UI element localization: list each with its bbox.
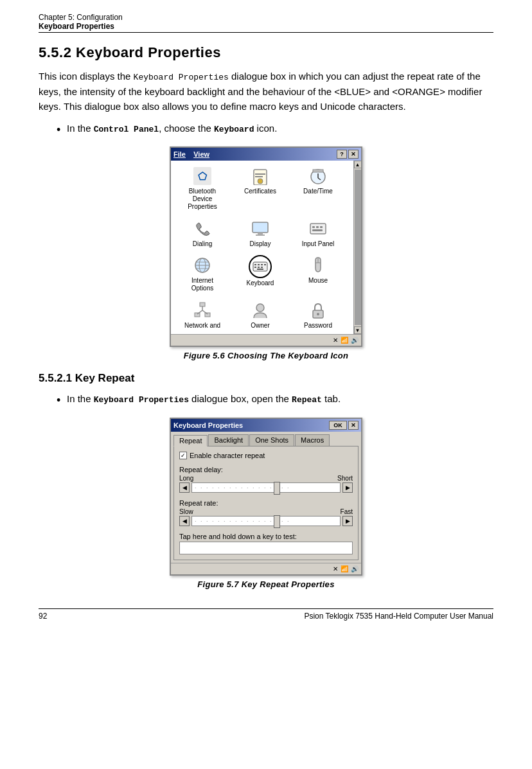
svg-rect-16 [312, 226, 315, 228]
kb-rate-labels: Slow Fast [179, 508, 353, 515]
svg-point-42 [256, 304, 264, 312]
footer-page-number: 92 [39, 612, 47, 621]
keyboard-props-window: Keyboard Properties OK ✕ Repeat Backligh… [170, 418, 362, 576]
icon-keyboard[interactable]: Keyboard [231, 252, 289, 295]
delay-track[interactable]: · · · · · · · · · · · · · · · · · [191, 482, 341, 493]
svg-rect-12 [253, 222, 268, 233]
kb-checkbox-row: ✓ Enable character repeat [179, 452, 353, 459]
svg-rect-5 [255, 176, 263, 177]
delay-thumb[interactable] [274, 482, 280, 495]
section-552-list: In the Control Panel, choose the Keyboar… [58, 121, 493, 137]
control-panel-window: File View ? ✕ ⬠ BluetoothDevicePropertie… [170, 146, 362, 347]
network-icon [192, 300, 213, 321]
header-divider [39, 32, 493, 33]
chapter-header: Chapter 5: Configuration Keyboard Proper… [39, 13, 493, 31]
icon-dialing[interactable]: Dialing [173, 216, 231, 250]
svg-rect-18 [320, 226, 323, 228]
icon-input-panel[interactable]: Input Panel [289, 216, 347, 250]
close-button[interactable]: ✕ [348, 150, 359, 159]
mouse-icon [308, 255, 328, 276]
svg-rect-26 [254, 264, 256, 265]
icon-label-mouse: Mouse [308, 277, 328, 284]
kb-enable-label: Enable character repeat [190, 452, 265, 459]
icon-certificates[interactable]: Certificates [231, 163, 289, 213]
icon-password[interactable]: Password [289, 297, 347, 331]
svg-rect-14 [256, 234, 265, 236]
chapter-title: Chapter 5: Configuration [39, 13, 123, 22]
tab-repeat[interactable]: Repeat [173, 435, 208, 446]
kb-test-label: Tap here and hold down a key to test: [179, 533, 353, 540]
delay-right-arrow[interactable]: ▶ [342, 482, 353, 493]
icon-label-network: Network and [184, 322, 220, 329]
icon-internet-options[interactable]: InternetOptions [173, 252, 231, 295]
kb-rate-slider-row: ◀ · · · · · · · · · · · · · · · · · ▶ [179, 516, 353, 526]
icon-grid: ⬠ BluetoothDeviceProperties Certificates [173, 163, 352, 331]
svg-rect-15 [310, 224, 326, 234]
kb-titlebar: Keyboard Properties OK ✕ [171, 419, 361, 432]
owner-icon [250, 300, 270, 321]
kb-enable-checkbox[interactable]: ✓ [179, 452, 187, 459]
rate-left-arrow[interactable]: ◀ [179, 516, 190, 526]
icon-bluetooth[interactable]: ⬠ BluetoothDeviceProperties [173, 163, 231, 213]
view-menu[interactable]: View [193, 150, 209, 158]
svg-rect-33 [257, 269, 263, 270]
footer-text: Psion Teklogix 7535 Hand-Held Computer U… [304, 612, 493, 621]
figure-56-caption: Figure 5.6 Choosing The Keyboard Icon [184, 351, 349, 360]
keyboard-icon-circle [249, 255, 272, 278]
svg-point-44 [317, 313, 319, 315]
kb-test-input[interactable] [179, 542, 353, 554]
scroll-up-arrow[interactable]: ▲ [354, 161, 362, 168]
svg-rect-4 [255, 173, 265, 175]
rate-thumb[interactable] [274, 515, 280, 528]
help-button[interactable]: ? [337, 150, 347, 159]
internet-options-icon [192, 255, 213, 276]
page-footer: 92 Psion Teklogix 7535 Hand-Held Compute… [39, 608, 493, 621]
win-statusbar: ✕ 📶 🔊 [171, 334, 361, 346]
svg-rect-11 [193, 220, 211, 238]
kb-close-button[interactable]: ✕ [348, 421, 359, 430]
icon-label-display: Display [250, 240, 271, 247]
icon-mouse[interactable]: Mouse [289, 252, 347, 295]
tab-macros[interactable]: Macros [295, 434, 330, 446]
input-panel-icon [308, 218, 328, 239]
dialing-icon [192, 218, 213, 239]
figure-56-container: File View ? ✕ ⬠ BluetoothDevicePropertie… [39, 146, 493, 360]
rate-slow-label: Slow [179, 508, 193, 515]
icon-display[interactable]: Display [231, 216, 289, 250]
svg-rect-29 [264, 264, 266, 265]
icon-owner[interactable]: Owner [231, 297, 289, 331]
tab-backlight[interactable]: Backlight [208, 434, 249, 446]
kb-delay-slider-row: ◀ · · · · · · · · · · · · · · · · · ▶ [179, 482, 353, 493]
rate-right-arrow[interactable]: ▶ [342, 516, 353, 526]
icon-label-input-panel: Input Panel [302, 240, 335, 247]
scroll-down-arrow[interactable]: ▼ [354, 326, 362, 334]
figure-57-caption: Figure 5.7 Key Repeat Properties [197, 579, 334, 589]
datetime-icon [308, 166, 328, 186]
svg-rect-19 [312, 229, 323, 231]
kb-repeat-delay-section: Repeat delay: Long Short ◀ · · · · · · ·… [179, 466, 353, 493]
svg-rect-13 [258, 233, 263, 234]
certificates-icon [250, 166, 270, 186]
section-5521-heading: 5.5.2.1 Key Repeat [39, 372, 493, 385]
password-icon [308, 300, 328, 321]
icon-network[interactable]: Network and [173, 297, 231, 331]
win-title: File View [173, 150, 209, 158]
delay-left-arrow[interactable]: ◀ [179, 482, 190, 493]
scroll-thumb[interactable] [355, 170, 361, 325]
icon-label-keyboard: Keyboard [247, 279, 274, 287]
delay-short-label: Short [337, 475, 353, 482]
display-icon [250, 218, 270, 239]
kb-ok-button[interactable]: OK [329, 421, 347, 430]
tab-oneshots[interactable]: One Shots [249, 434, 294, 446]
scrollbar[interactable]: ▲ ▼ [353, 161, 361, 334]
file-menu[interactable]: File [173, 150, 186, 158]
figure-57-container: Keyboard Properties OK ✕ Repeat Backligh… [39, 418, 493, 589]
rate-track[interactable]: · · · · · · · · · · · · · · · · · [191, 516, 341, 526]
kb-repeat-rate-label: Repeat rate: [179, 499, 353, 507]
list-item-1: In the Control Panel, choose the Keyboar… [58, 121, 493, 137]
svg-rect-32 [261, 267, 263, 268]
svg-rect-38 [205, 313, 210, 317]
status-icon-signal: 📶 [341, 337, 348, 344]
kb-status-icon-speaker: 🔊 [351, 565, 359, 572]
icon-datetime[interactable]: Date/Time [289, 163, 347, 213]
